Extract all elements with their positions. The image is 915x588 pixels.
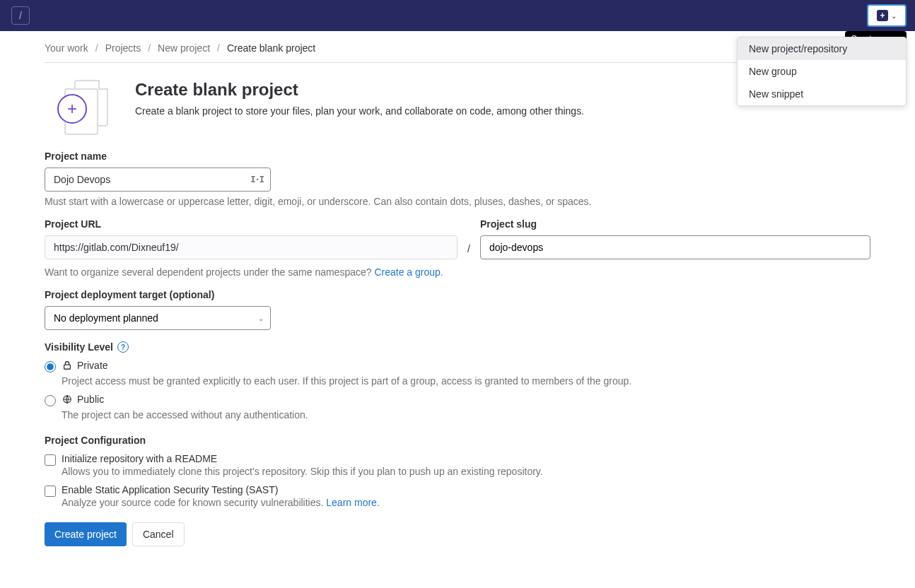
create-group-link[interactable]: Create a group.	[374, 266, 443, 278]
breadcrumb-separator: /	[148, 42, 151, 54]
breadcrumb-separator: /	[95, 42, 98, 54]
breadcrumb-projects[interactable]: Projects	[105, 42, 141, 54]
sast-label: Enable Static Application Security Testi…	[62, 484, 278, 495]
globe-icon	[62, 394, 73, 405]
sast-desc: Analyze your source code for known secur…	[62, 497, 870, 508]
visibility-level-label: Visibility Level	[45, 341, 113, 353]
visibility-public-label: Public	[77, 394, 104, 405]
namespace-hint: Want to organize several dependent proje…	[45, 266, 870, 278]
project-url-label: Project URL	[45, 218, 458, 230]
breadcrumb-new-project[interactable]: New project	[158, 42, 210, 54]
project-slug-label: Project slug	[480, 218, 870, 230]
project-name-label: Project name	[45, 151, 870, 162]
dropdown-item-new-group[interactable]: New group	[738, 60, 906, 83]
readme-checkbox[interactable]	[45, 454, 56, 466]
deployment-target-select[interactable]: No deployment planned	[45, 306, 271, 330]
project-name-input[interactable]	[45, 167, 271, 192]
create-new-dropdown: New project/repository New group New sni…	[737, 37, 907, 106]
visibility-private-radio[interactable]	[45, 361, 56, 372]
page-title: Create blank project	[135, 80, 584, 100]
visibility-public-desc: The project can be accessed without any …	[62, 409, 870, 421]
readme-label: Initialize repository with a README	[62, 453, 217, 464]
create-project-button[interactable]: Create project	[45, 522, 127, 546]
sast-checkbox[interactable]	[45, 486, 56, 497]
visibility-private-label: Private	[77, 360, 108, 371]
dropdown-item-new-project[interactable]: New project/repository	[738, 37, 906, 60]
project-config-label: Project Configuration	[45, 435, 870, 446]
cancel-button[interactable]: Cancel	[132, 522, 185, 546]
breadcrumb-separator: /	[217, 42, 220, 54]
topbar: / + ⌄ Create new...	[0, 0, 915, 31]
visibility-public-radio[interactable]	[45, 395, 56, 406]
breadcrumb-current: Create blank project	[227, 42, 315, 54]
input-suggestion-icon[interactable]: I·I	[250, 175, 264, 184]
search-shortcut-key[interactable]: /	[11, 6, 30, 25]
breadcrumb-your-work[interactable]: Your work	[45, 42, 88, 54]
blank-project-icon: +	[57, 80, 114, 136]
lock-icon	[62, 360, 73, 371]
project-name-hint: Must start with a lowercase or uppercase…	[45, 196, 870, 207]
chevron-down-icon: ⌄	[891, 12, 897, 20]
visibility-private-desc: Project access must be granted explicitl…	[62, 375, 870, 387]
project-url-input	[45, 235, 458, 259]
plus-icon: +	[877, 10, 888, 21]
deployment-target-label: Project deployment target (optional)	[45, 289, 870, 300]
sast-learn-more-link[interactable]: Learn more.	[326, 497, 379, 508]
dropdown-item-new-snippet[interactable]: New snippet	[738, 83, 906, 105]
page-subtitle: Create a blank project to store your fil…	[135, 105, 584, 117]
readme-desc: Allows you to immediately clone this pro…	[62, 466, 870, 477]
url-separator: /	[467, 243, 470, 254]
help-icon[interactable]: ?	[117, 341, 129, 353]
create-new-button[interactable]: + ⌄	[867, 4, 907, 27]
project-slug-input[interactable]	[480, 235, 870, 259]
svg-rect-0	[64, 365, 71, 369]
